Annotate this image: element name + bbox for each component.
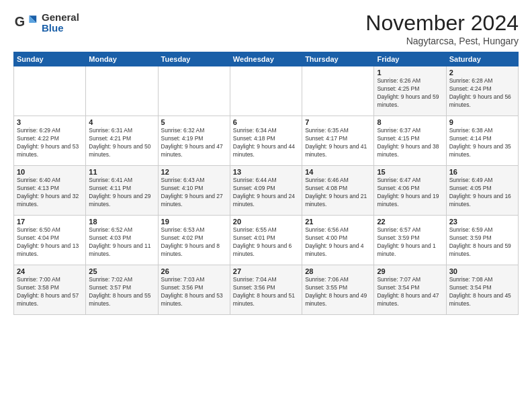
day-number: 21 (305, 218, 371, 226)
day-info: Sunrise: 6:49 AM Sunset: 4:05 PM Dayligh… (449, 177, 515, 209)
table-row: 7Sunrise: 6:35 AM Sunset: 4:17 PM Daylig… (302, 116, 374, 166)
day-number: 14 (305, 168, 371, 176)
day-info: Sunrise: 6:34 AM Sunset: 4:18 PM Dayligh… (233, 127, 299, 159)
table-row: 20Sunrise: 6:55 AM Sunset: 4:01 PM Dayli… (230, 216, 302, 265)
header-monday: Monday (86, 52, 158, 66)
day-info: Sunrise: 6:32 AM Sunset: 4:19 PM Dayligh… (161, 127, 227, 159)
table-row: 8Sunrise: 6:37 AM Sunset: 4:15 PM Daylig… (374, 116, 446, 166)
day-number: 19 (161, 218, 227, 226)
table-row (14, 66, 86, 116)
day-number: 10 (17, 168, 83, 176)
day-info: Sunrise: 7:08 AM Sunset: 3:54 PM Dayligh… (449, 276, 515, 308)
table-row: 9Sunrise: 6:38 AM Sunset: 4:14 PM Daylig… (446, 116, 518, 166)
table-row: 10Sunrise: 6:40 AM Sunset: 4:13 PM Dayli… (14, 166, 86, 216)
table-row: 12Sunrise: 6:43 AM Sunset: 4:10 PM Dayli… (158, 166, 230, 216)
day-number: 23 (449, 218, 515, 226)
header-saturday: Saturday (446, 52, 518, 66)
logo-blue-text: Blue (42, 23, 79, 34)
logo-general-text: General (42, 12, 79, 24)
day-info: Sunrise: 6:31 AM Sunset: 4:21 PM Dayligh… (89, 127, 154, 159)
table-row: 16Sunrise: 6:49 AM Sunset: 4:05 PM Dayli… (446, 166, 518, 216)
day-info: Sunrise: 6:37 AM Sunset: 4:15 PM Dayligh… (377, 127, 443, 159)
day-info: Sunrise: 6:29 AM Sunset: 4:22 PM Dayligh… (17, 127, 83, 159)
table-row: 29Sunrise: 7:07 AM Sunset: 3:54 PM Dayli… (374, 265, 446, 315)
day-number: 2 (449, 68, 515, 77)
table-row: 13Sunrise: 6:44 AM Sunset: 4:09 PM Dayli… (230, 166, 302, 216)
calendar-week-row: 24Sunrise: 7:00 AM Sunset: 3:58 PM Dayli… (14, 265, 519, 315)
calendar-week-row: 17Sunrise: 6:50 AM Sunset: 4:04 PM Dayli… (14, 216, 519, 265)
calendar-week-row: 3Sunrise: 6:29 AM Sunset: 4:22 PM Daylig… (14, 116, 519, 166)
table-row: 11Sunrise: 6:41 AM Sunset: 4:11 PM Dayli… (86, 166, 158, 216)
day-number: 11 (89, 168, 154, 176)
day-number: 26 (161, 267, 227, 275)
table-row: 15Sunrise: 6:47 AM Sunset: 4:06 PM Dayli… (374, 166, 446, 216)
day-info: Sunrise: 6:38 AM Sunset: 4:14 PM Dayligh… (449, 127, 515, 159)
table-row: 5Sunrise: 6:32 AM Sunset: 4:19 PM Daylig… (158, 116, 230, 166)
table-row: 24Sunrise: 7:00 AM Sunset: 3:58 PM Dayli… (14, 265, 86, 315)
table-row: 2Sunrise: 6:28 AM Sunset: 4:24 PM Daylig… (446, 66, 518, 116)
day-number: 24 (17, 267, 83, 275)
day-info: Sunrise: 7:04 AM Sunset: 3:56 PM Dayligh… (233, 276, 299, 308)
calendar-week-row: 10Sunrise: 6:40 AM Sunset: 4:13 PM Dayli… (14, 166, 519, 216)
table-row: 1Sunrise: 6:26 AM Sunset: 4:25 PM Daylig… (374, 66, 446, 116)
day-number: 4 (89, 118, 154, 126)
day-info: Sunrise: 7:03 AM Sunset: 3:56 PM Dayligh… (161, 276, 227, 308)
day-info: Sunrise: 6:56 AM Sunset: 4:00 PM Dayligh… (305, 226, 371, 259)
day-info: Sunrise: 6:52 AM Sunset: 4:03 PM Dayligh… (89, 226, 154, 259)
day-info: Sunrise: 6:59 AM Sunset: 3:59 PM Dayligh… (449, 226, 515, 259)
day-info: Sunrise: 7:00 AM Sunset: 3:58 PM Dayligh… (17, 276, 83, 308)
table-row: 14Sunrise: 6:46 AM Sunset: 4:08 PM Dayli… (302, 166, 374, 216)
table-row: 28Sunrise: 7:06 AM Sunset: 3:55 PM Dayli… (302, 265, 374, 315)
day-number: 9 (449, 118, 515, 126)
day-number: 3 (17, 118, 83, 126)
day-number: 5 (161, 118, 227, 126)
table-row: 19Sunrise: 6:53 AM Sunset: 4:02 PM Dayli… (158, 216, 230, 265)
title-block: November 2024 Nagytarcsa, Pest, Hungary (365, 11, 519, 46)
day-info: Sunrise: 6:35 AM Sunset: 4:17 PM Dayligh… (305, 127, 371, 159)
table-row: 22Sunrise: 6:57 AM Sunset: 3:59 PM Dayli… (374, 216, 446, 265)
table-row (302, 66, 374, 116)
day-number: 29 (377, 267, 443, 275)
day-info: Sunrise: 7:07 AM Sunset: 3:54 PM Dayligh… (377, 276, 443, 308)
day-info: Sunrise: 6:26 AM Sunset: 4:25 PM Dayligh… (377, 77, 443, 109)
day-info: Sunrise: 6:28 AM Sunset: 4:24 PM Dayligh… (449, 77, 515, 109)
table-row (86, 66, 158, 116)
day-number: 18 (89, 218, 154, 226)
day-info: Sunrise: 6:53 AM Sunset: 4:02 PM Dayligh… (161, 226, 227, 259)
day-number: 13 (233, 168, 299, 176)
day-info: Sunrise: 6:46 AM Sunset: 4:08 PM Dayligh… (305, 177, 371, 209)
table-row: 4Sunrise: 6:31 AM Sunset: 4:21 PM Daylig… (86, 116, 158, 166)
day-number: 8 (377, 118, 443, 126)
header-friday: Friday (374, 52, 446, 66)
table-row: 26Sunrise: 7:03 AM Sunset: 3:56 PM Dayli… (158, 265, 230, 315)
calendar-header-row: Sunday Monday Tuesday Wednesday Thursday… (14, 52, 519, 66)
day-number: 20 (233, 218, 299, 226)
table-row: 30Sunrise: 7:08 AM Sunset: 3:54 PM Dayli… (446, 265, 518, 315)
calendar-subtitle: Nagytarcsa, Pest, Hungary (365, 36, 519, 46)
day-number: 28 (305, 267, 371, 275)
day-number: 25 (89, 267, 154, 275)
day-number: 27 (233, 267, 299, 275)
day-number: 22 (377, 218, 443, 226)
day-number: 12 (161, 168, 227, 176)
day-info: Sunrise: 6:41 AM Sunset: 4:11 PM Dayligh… (89, 177, 154, 209)
calendar-title: November 2024 (365, 11, 519, 36)
day-number: 1 (377, 68, 443, 77)
table-row: 6Sunrise: 6:34 AM Sunset: 4:18 PM Daylig… (230, 116, 302, 166)
day-info: Sunrise: 6:57 AM Sunset: 3:59 PM Dayligh… (377, 226, 443, 259)
table-row: 17Sunrise: 6:50 AM Sunset: 4:04 PM Dayli… (14, 216, 86, 265)
day-number: 6 (233, 118, 299, 126)
calendar-table: Sunday Monday Tuesday Wednesday Thursday… (13, 52, 519, 315)
header-wednesday: Wednesday (230, 52, 302, 66)
day-info: Sunrise: 7:06 AM Sunset: 3:55 PM Dayligh… (305, 276, 371, 308)
table-row: 21Sunrise: 6:56 AM Sunset: 4:00 PM Dayli… (302, 216, 374, 265)
table-row (230, 66, 302, 116)
day-info: Sunrise: 7:02 AM Sunset: 3:57 PM Dayligh… (89, 276, 154, 308)
table-row: 23Sunrise: 6:59 AM Sunset: 3:59 PM Dayli… (446, 216, 518, 265)
table-row: 18Sunrise: 6:52 AM Sunset: 4:03 PM Dayli… (86, 216, 158, 265)
table-row: 3Sunrise: 6:29 AM Sunset: 4:22 PM Daylig… (14, 116, 86, 166)
header-sunday: Sunday (14, 52, 86, 66)
svg-text:G: G (15, 14, 25, 29)
day-info: Sunrise: 6:44 AM Sunset: 4:09 PM Dayligh… (233, 177, 299, 209)
table-row (158, 66, 230, 116)
